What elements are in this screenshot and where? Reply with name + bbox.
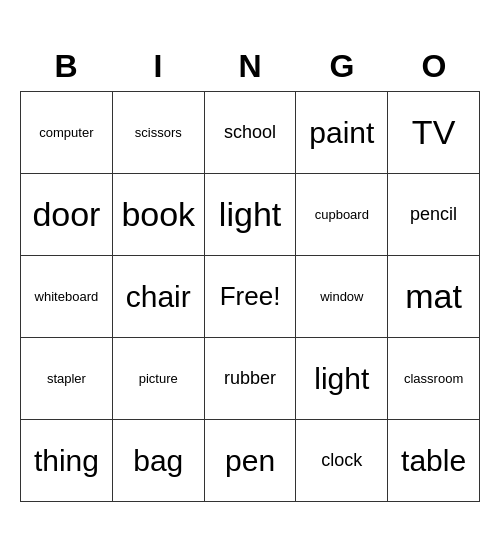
bingo-header-letter: B — [20, 42, 112, 91]
bingo-cell: light — [204, 174, 296, 256]
bingo-cell: TV — [388, 92, 480, 174]
bingo-cell: paint — [296, 92, 388, 174]
bingo-cell: pen — [204, 420, 296, 502]
bingo-cell: book — [112, 174, 204, 256]
bingo-cell: stapler — [21, 338, 113, 420]
bingo-cell: chair — [112, 256, 204, 338]
bingo-cell: thing — [21, 420, 113, 502]
bingo-header-letter: N — [204, 42, 296, 91]
bingo-grid: computerscissorsschoolpaintTVdoorbooklig… — [20, 91, 480, 502]
bingo-cell: bag — [112, 420, 204, 502]
bingo-cell: Free! — [204, 256, 296, 338]
bingo-cell: rubber — [204, 338, 296, 420]
bingo-cell: door — [21, 174, 113, 256]
bingo-header-letter: O — [388, 42, 480, 91]
bingo-header: BINGO — [20, 42, 480, 91]
bingo-cell: scissors — [112, 92, 204, 174]
bingo-cell: window — [296, 256, 388, 338]
bingo-cell: classroom — [388, 338, 480, 420]
bingo-cell: table — [388, 420, 480, 502]
bingo-cell: whiteboard — [21, 256, 113, 338]
bingo-cell: computer — [21, 92, 113, 174]
bingo-cell: picture — [112, 338, 204, 420]
bingo-cell: school — [204, 92, 296, 174]
bingo-cell: mat — [388, 256, 480, 338]
bingo-header-letter: G — [296, 42, 388, 91]
bingo-cell: light — [296, 338, 388, 420]
bingo-header-letter: I — [112, 42, 204, 91]
bingo-cell: cupboard — [296, 174, 388, 256]
bingo-cell: pencil — [388, 174, 480, 256]
bingo-cell: clock — [296, 420, 388, 502]
